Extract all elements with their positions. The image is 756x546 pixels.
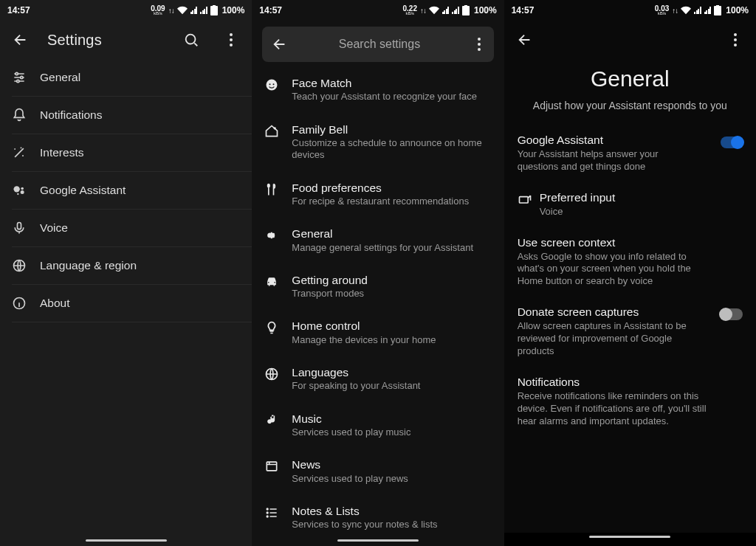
nav-item-about[interactable]: About [12,285,252,322]
svg-point-23 [267,516,269,517]
svg-rect-1 [213,5,216,7]
nav-item-label: Notifications [40,108,252,122]
item-title: Home control [292,319,493,333]
item-title: Family Bell [292,122,493,136]
app-bar [504,21,756,59]
battery-percent: 100% [726,5,749,15]
row-title: Google Assistant [518,134,710,147]
item-general[interactable]: GeneralManage general settings for your … [262,217,493,263]
svg-rect-25 [716,5,719,7]
nav-bar[interactable] [0,539,252,542]
row-screen-context[interactable]: Use screen context Asks Google to show y… [518,229,743,299]
nav-item-assistant[interactable]: Google Assistant [12,172,252,210]
wifi-icon [681,5,691,18]
row-donate-captures[interactable]: Donate screen captures Allow screen capt… [518,298,743,368]
nav-item-voice[interactable]: Voice [12,210,252,247]
row-title: Notifications [518,376,710,389]
wand-icon [12,145,40,160]
overflow-button[interactable] [469,31,489,58]
back-button[interactable] [7,27,34,53]
item-title: Notes & Lists [292,504,493,518]
row-subtitle: Voice [540,206,710,218]
nav-item-notifications[interactable]: Notifications [12,97,252,134]
battery-icon [462,5,470,15]
search-placeholder: Search settings [298,38,461,51]
search-bar[interactable]: Search settings [262,27,493,62]
item-family-bell[interactable]: Family BellCustomize a schedule to annou… [262,113,493,171]
row-title: Use screen context [518,236,710,249]
item-subtitle: Manage general settings for your Assista… [292,242,484,254]
item-subtitle: Services used to play news [292,473,484,485]
nav-item-label: Voice [40,221,252,235]
news-icon [262,457,281,474]
svg-point-22 [267,512,269,514]
status-time: 14:57 [512,5,535,15]
svg-point-15 [267,80,278,91]
general-settings-list: Google Assistant Your Assistant helps an… [504,126,756,438]
item-home-control[interactable]: Home controlManage the devices in your h… [262,309,493,356]
svg-point-18 [274,127,276,129]
item-notes-lists[interactable]: Notes & ListsServices to sync your notes… [262,494,493,541]
assistant-settings-list: Face MatchTeach your Assistant to recogn… [252,66,504,541]
settings-list: General Notifications Interests Google A… [0,59,252,322]
toggle-donate-captures[interactable] [721,308,743,320]
panel-assistant-settings: 14:57 0.22kB/s ↑↓ 100% Search settings F… [252,0,504,546]
page-title: General [519,66,741,91]
item-subtitle: Transport modes [292,288,484,300]
item-subtitle: For recipe & restaurant recommendations [292,196,484,207]
row-notifications[interactable]: Notifications Receive notifications like… [518,368,743,438]
toggle-google-assistant[interactable] [721,136,743,148]
nav-item-interests[interactable]: Interests [12,134,252,172]
svg-point-3 [16,72,18,75]
svg-rect-14 [464,5,467,7]
nav-item-general[interactable]: General [12,59,252,97]
music-icon [262,412,281,428]
status-bar: 14:57 0.22kB/s ↑↓ 100% [252,0,504,21]
item-title: Music [292,412,493,426]
overflow-button[interactable] [722,27,749,53]
nav-bar[interactable] [504,533,756,546]
home-bell-icon [262,122,281,139]
item-news[interactable]: NewsServices used to play news [262,448,493,494]
item-title: News [292,457,493,471]
item-subtitle: Teach your Assistant to recognize your f… [292,91,484,103]
signal-icon [442,7,450,14]
back-button[interactable] [269,31,290,58]
globe-icon [262,365,281,381]
search-button[interactable] [178,27,205,53]
nav-item-language[interactable]: Language & region [12,247,252,285]
back-button[interactable] [512,27,538,53]
svg-point-4 [21,76,23,78]
bulb-icon [262,319,281,335]
overflow-button[interactable] [218,27,244,53]
status-bar: 14:57 0.09kB/s ↑↓ 100% [0,0,252,21]
signal-icon [452,7,459,14]
item-music[interactable]: MusicServices used to play music [262,402,493,449]
nav-bar[interactable] [252,539,504,542]
svg-point-16 [269,83,271,85]
data-rate: 0.03kB/s [655,6,669,15]
row-preferred-input[interactable]: Preferred input Voice [518,184,743,229]
wifi-icon [429,5,439,18]
data-rate: 0.09kB/s [151,6,165,15]
svg-rect-24 [714,6,721,15]
face-icon [262,76,281,92]
svg-rect-20 [267,462,277,471]
item-getting-around[interactable]: Getting aroundTransport modes [262,263,493,310]
item-subtitle: Customize a schedule to announce on home… [292,137,484,162]
item-face-match[interactable]: Face MatchTeach your Assistant to recogn… [262,66,493,113]
signal-icon [200,7,207,14]
item-title: General [292,227,493,241]
item-food-preferences[interactable]: Food preferencesFor recipe & restaurant … [262,171,493,218]
signal-icon [694,7,701,14]
nav-item-label: General [40,71,252,84]
item-title: Languages [292,365,493,379]
nav-item-label: About [40,297,252,310]
wifi-icon [177,5,188,18]
car-icon [262,273,281,289]
svg-rect-26 [519,196,528,202]
item-subtitle: Services to sync your notes & lists [292,519,484,531]
row-google-assistant[interactable]: Google Assistant Your Assistant helps an… [518,126,743,184]
item-languages[interactable]: LanguagesFor speaking to your Assistant [262,356,493,402]
globe-icon [12,258,40,273]
